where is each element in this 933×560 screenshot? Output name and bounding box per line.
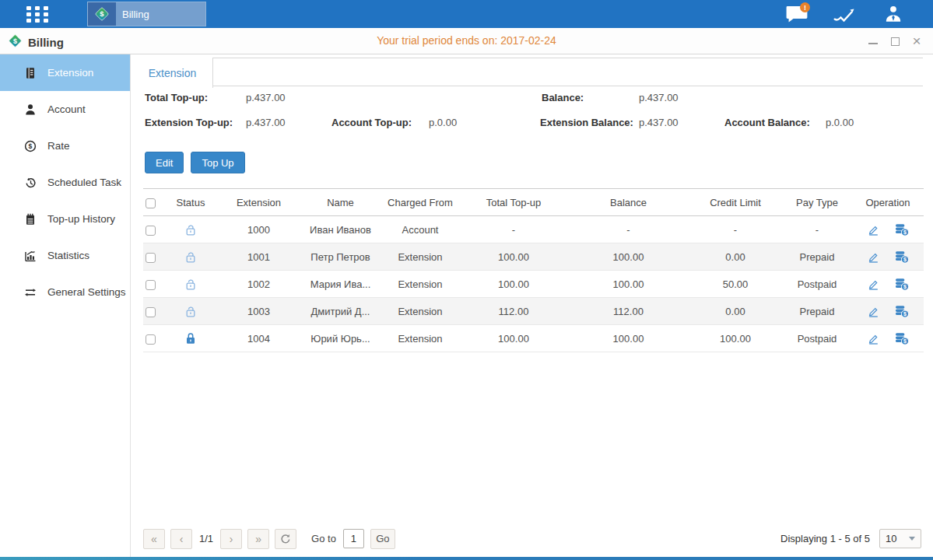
svg-text:$: $: [29, 142, 33, 150]
header-operation: Operation: [852, 189, 924, 216]
cell-balance: 100.00: [568, 325, 689, 352]
cell-credit-limit: 100.00: [689, 325, 782, 352]
row-checkbox[interactable]: [146, 334, 156, 345]
tab-extension[interactable]: Extension: [132, 58, 213, 88]
taskbar-tab-billing[interactable]: $ Billing: [87, 2, 206, 26]
cell-total-topup: 100.00: [459, 325, 568, 352]
header-charged-from: Charged From: [381, 189, 459, 216]
lock-open-icon: [184, 305, 197, 318]
cell-name: Петр Петров: [300, 243, 381, 271]
sidebar-item-account[interactable]: Account: [0, 91, 130, 128]
table-row: 1002 Мария Ива... Extension 100.00 100.0…: [143, 271, 924, 298]
total-topup-label: Total Top-up:: [145, 92, 208, 103]
cell-balance: -: [568, 216, 689, 243]
first-page-button[interactable]: «: [143, 529, 165, 549]
chat-icon[interactable]: !: [782, 2, 812, 26]
sidebar-item-general-settings[interactable]: General Settings: [0, 274, 130, 310]
cell-name: Мария Ива...: [300, 271, 381, 298]
ledger-icon: [23, 66, 37, 80]
cell-charged-from: Extension: [381, 298, 459, 325]
sliders-icon: [23, 285, 37, 299]
edit-icon[interactable]: [867, 223, 881, 236]
row-checkbox[interactable]: [146, 253, 156, 263]
cell-total-topup: -: [459, 216, 568, 243]
clock-history-icon: [23, 176, 37, 190]
sidebar-item-label: Account: [47, 103, 86, 115]
cell-pay-type: Postpaid: [782, 325, 852, 352]
maximize-icon[interactable]: [889, 36, 900, 47]
cell-total-topup: 112.00: [459, 298, 568, 325]
extension-balance-label: Extension Balance:: [540, 117, 633, 128]
svg-text:$: $: [903, 311, 907, 317]
sidebar-item-scheduled-task[interactable]: Scheduled Task: [0, 164, 130, 201]
extension-topup-label: Extension Top-up:: [145, 117, 233, 128]
header-total-topup: Total Top-up: [459, 189, 568, 216]
tab-strip: Extension: [132, 58, 923, 88]
topup-icon[interactable]: $: [895, 332, 909, 345]
notebook-icon: [23, 212, 37, 226]
header-credit-limit: Credit Limit: [689, 189, 782, 216]
cell-credit-limit: 50.00: [689, 271, 782, 298]
header-pay-type: Pay Type: [782, 189, 852, 216]
cell-total-topup: 100.00: [459, 271, 568, 298]
row-checkbox[interactable]: [146, 280, 156, 290]
topup-icon[interactable]: $: [895, 250, 909, 264]
table-row: 1001 Петр Петров Extension 100.00 100.00…: [143, 243, 924, 271]
balance-label: Balance:: [542, 92, 584, 103]
cell-charged-from: Extension: [381, 271, 459, 298]
topup-icon[interactable]: $: [895, 278, 909, 291]
sidebar-item-label: Rate: [47, 140, 70, 152]
go-button[interactable]: Go: [370, 529, 395, 549]
edit-icon[interactable]: [867, 305, 881, 318]
sidebar-item-rate[interactable]: $ Rate: [0, 128, 130, 164]
svg-text:$: $: [903, 338, 907, 345]
cell-balance: 100.00: [568, 271, 689, 298]
extension-topup-value: p.437.00: [246, 117, 286, 128]
sidebar-item-label: General Settings: [47, 286, 126, 298]
edit-icon[interactable]: [867, 332, 881, 345]
topup-icon[interactable]: $: [895, 305, 909, 318]
prev-page-button[interactable]: ‹: [170, 529, 192, 549]
minimize-icon[interactable]: [868, 36, 879, 47]
chart-icon[interactable]: [830, 2, 860, 26]
notification-badge: !: [800, 2, 810, 12]
cell-charged-from: Extension: [381, 325, 459, 352]
sidebar-item-label: Top-up History: [47, 213, 115, 225]
last-page-button[interactable]: »: [247, 529, 269, 549]
page-size-select[interactable]: 10: [879, 529, 921, 548]
header-name: Name: [300, 189, 381, 216]
select-all-checkbox[interactable]: [146, 198, 156, 208]
person-icon: [23, 103, 37, 117]
table-header-row: Status Extension Name Charged From Total…: [143, 189, 924, 216]
cell-pay-type: Prepaid: [782, 298, 852, 325]
main-content: Extension Total Top-up: p.437.00 Balance…: [132, 54, 933, 557]
close-icon[interactable]: ×: [911, 36, 922, 47]
cell-pay-type: -: [782, 216, 852, 243]
edit-icon[interactable]: [867, 278, 881, 291]
extension-table-body: 1000 Иван Иванов Account - - - - $: [143, 216, 924, 352]
sidebar-item-statistics[interactable]: Statistics: [0, 237, 130, 274]
user-icon[interactable]: [879, 2, 908, 26]
app-grid-icon[interactable]: [26, 6, 54, 22]
cell-total-topup: 100.00: [459, 243, 568, 271]
cell-balance: 100.00: [568, 243, 689, 271]
account-balance-label: Account Balance:: [724, 117, 810, 128]
sidebar-item-top-up-history[interactable]: Top-up History: [0, 201, 130, 237]
extension-balance-value: p.437.00: [639, 117, 679, 128]
account-topup-label: Account Top-up:: [331, 117, 412, 128]
next-page-button[interactable]: ›: [220, 529, 242, 549]
cell-credit-limit: -: [689, 216, 782, 243]
edit-button[interactable]: Edit: [145, 152, 184, 173]
refresh-icon[interactable]: [275, 529, 296, 549]
lock-open-icon: [184, 250, 197, 264]
row-checkbox[interactable]: [146, 226, 156, 236]
table-row: 1003 Дмитрий Д... Extension 112.00 112.0…: [143, 298, 924, 325]
sidebar-item-extension[interactable]: Extension: [0, 54, 130, 91]
topup-icon[interactable]: $: [895, 223, 909, 236]
cell-extension: 1001: [218, 243, 300, 271]
edit-icon[interactable]: [867, 250, 881, 264]
row-checkbox[interactable]: [146, 307, 156, 317]
goto-page-input[interactable]: [343, 529, 364, 548]
top-up-button[interactable]: Top Up: [191, 152, 244, 173]
total-topup-value: p.437.00: [246, 92, 286, 103]
